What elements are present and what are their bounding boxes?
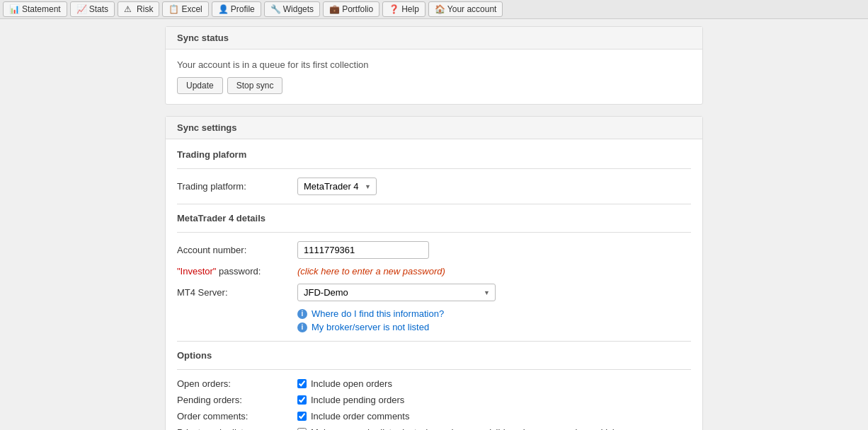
sync-status-card: Sync status Your account is in a queue f… [165,26,703,105]
sync-status-title: Sync status [166,27,702,50]
trading-platform-select-wrapper: MetaTrader 4 MetaTrader 5 cTrader [297,178,377,195]
password-label: "Investor" password: [177,266,297,277]
account-number-row: Account number: [177,241,691,259]
mt4-details-section-title: MetaTrader 4 details [177,213,691,223]
nav-excel[interactable]: 📋 Excel [162,1,208,17]
password-label-black: password: [216,266,261,277]
pending-orders-checkbox[interactable] [297,395,307,405]
trading-platform-row: Trading platform: MetaTrader 4 MetaTrade… [177,178,691,195]
sync-settings-card: Sync settings Trading plaform Trading pl… [165,116,703,430]
password-label-red: "Investor" [177,266,216,277]
password-row: "Investor" password: (click here to ente… [177,266,691,277]
divider-5 [177,369,691,370]
risk-icon: ⚠ [124,4,134,14]
divider-1 [177,168,691,169]
mt4-server-row: MT4 Server: JFD-Demo JFD-Live [177,284,691,301]
pending-orders-row: Pending orders: Include pending orders [177,395,691,405]
order-comments-row: Order comments: Include order comments [177,411,691,422]
nav-profile[interactable]: 👤 Profile [212,1,261,17]
options-section-title: Options [177,350,691,361]
order-comments-label: Order comments: [177,411,297,422]
info-icon-2: i [297,322,307,332]
mt4-server-select[interactable]: JFD-Demo JFD-Live [297,284,496,301]
open-orders-wrapper: Include open orders [297,378,392,389]
mt4-server-label: MT4 Server: [177,287,297,298]
pending-orders-wrapper: Include pending orders [297,395,404,405]
open-orders-label: Open orders: [177,378,297,389]
trading-platform-select[interactable]: MetaTrader 4 MetaTrader 5 cTrader [297,178,377,195]
trading-platform-section-title: Trading plaform [177,149,691,160]
divider-4 [177,341,691,342]
nav-portfolio[interactable]: 💼 Portfolio [323,1,379,17]
info-icon-1: i [297,309,307,319]
private-order-label: Private order list: [177,427,297,430]
pending-orders-text: Include pending orders [311,395,404,405]
statement-icon: 📊 [9,4,19,14]
broker-not-listed-link[interactable]: My broker/server is not listed [312,322,429,332]
top-navigation: 📊 Statement 📈 Stats ⚠ Risk 📋 Excel 👤 Pro… [0,0,868,19]
portfolio-icon: 💼 [329,4,339,14]
help-icon: ❓ [389,4,399,14]
open-orders-checkbox[interactable] [297,379,307,388]
account-number-input[interactable] [297,241,429,259]
update-button[interactable]: Update [177,77,223,94]
private-order-wrapper: Make your order list private (no orders … [297,427,616,430]
info-links: i Where do I find this information? i My… [297,308,691,332]
where-find-row: i Where do I find this information? [297,308,691,319]
excel-icon: 📋 [169,4,178,14]
order-comments-wrapper: Include order comments [297,411,409,422]
sync-settings-title: Sync settings [166,117,702,139]
order-comments-checkbox[interactable] [297,412,307,421]
stop-sync-button[interactable]: Stop sync [227,77,283,94]
sync-status-body: Your account is in a queue for its first… [166,50,702,104]
order-comments-text: Include order comments [311,411,409,422]
nav-statement[interactable]: 📊 Statement [3,1,67,17]
profile-icon: 👤 [218,4,228,14]
nav-your-account[interactable]: 🏠 Your account [428,1,503,17]
password-link[interactable]: (click here to enter a new password) [297,266,445,277]
account-icon: 🏠 [435,4,445,14]
mt4-server-select-wrapper: JFD-Demo JFD-Live [297,284,496,301]
account-number-label: Account number: [177,245,297,255]
nav-help[interactable]: ❓ Help [382,1,426,17]
nav-stats[interactable]: 📈 Stats [70,1,115,17]
broker-not-listed-row: i My broker/server is not listed [297,322,691,332]
stats-icon: 📈 [76,4,86,14]
pending-orders-label: Pending orders: [177,395,297,405]
sync-status-buttons: Update Stop sync [177,77,691,94]
divider-3 [177,232,691,233]
where-find-link[interactable]: Where do I find this information? [312,308,444,319]
private-order-text: Make your order list private (no orders … [311,427,616,430]
nav-risk[interactable]: ⚠ Risk [118,1,159,17]
open-orders-text: Include open orders [311,378,392,389]
sync-status-info: Your account is in a queue for its first… [177,59,691,70]
nav-widgets[interactable]: 🔧 Widgets [264,1,320,17]
trading-platform-label: Trading platform: [177,181,297,192]
main-content: Sync status Your account is in a queue f… [158,26,710,430]
sync-settings-body: Trading plaform Trading platform: MetaTr… [166,139,702,430]
divider-2 [177,204,691,204]
widgets-icon: 🔧 [270,4,280,14]
open-orders-row: Open orders: Include open orders [177,378,691,389]
private-order-row: Private order list: Make your order list… [177,427,691,430]
